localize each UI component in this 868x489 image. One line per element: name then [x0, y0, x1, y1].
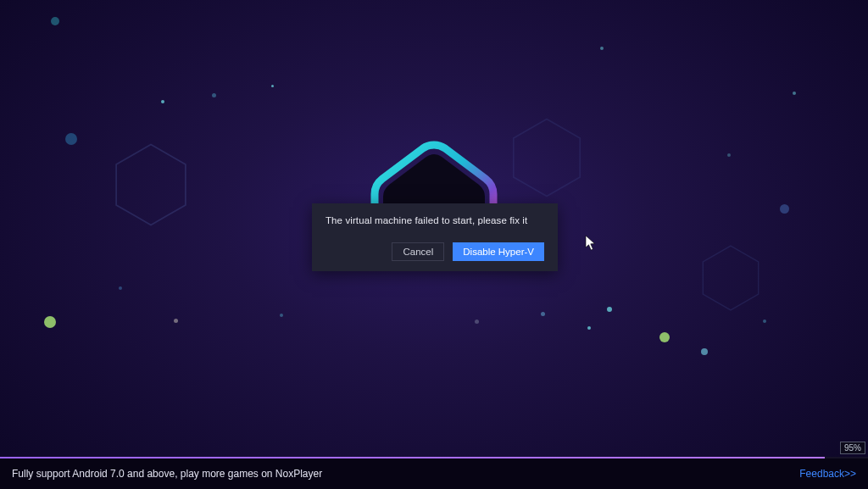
particle	[174, 319, 178, 323]
particle	[51, 17, 59, 25]
particle	[727, 153, 731, 157]
particle	[793, 92, 796, 95]
particle	[541, 312, 545, 316]
progress-percent: 95%	[840, 442, 865, 454]
dialog-message: The virtual machine failed to start, ple…	[326, 215, 544, 225]
cursor-icon	[585, 235, 597, 252]
hexagon-decoration	[510, 117, 583, 198]
footer-bar: Fully support Android 7.0 and above, pla…	[0, 458, 868, 489]
particle	[600, 47, 604, 50]
particle	[780, 204, 789, 214]
dialog-button-row: Cancel Disable Hyper-V	[326, 242, 544, 261]
particle	[161, 100, 164, 103]
particle	[763, 320, 766, 323]
feedback-link[interactable]: Feedback>>	[799, 468, 856, 480]
particle	[280, 314, 283, 317]
particle	[44, 316, 56, 328]
particle	[475, 320, 479, 324]
disable-hyperv-button[interactable]: Disable Hyper-V	[453, 242, 544, 261]
footer-message: Fully support Android 7.0 and above, pla…	[12, 468, 322, 480]
particle	[119, 286, 122, 290]
particle	[212, 93, 216, 97]
particle	[587, 326, 591, 330]
hexagon-decoration	[701, 244, 760, 312]
svg-marker-1	[514, 119, 580, 197]
svg-marker-0	[116, 145, 186, 225]
particle	[701, 348, 708, 355]
particle	[65, 133, 77, 145]
error-dialog: The virtual machine failed to start, ple…	[312, 203, 558, 271]
hexagon-decoration	[113, 142, 189, 227]
svg-marker-2	[703, 246, 758, 310]
particle	[271, 85, 274, 87]
particle	[607, 307, 612, 312]
cancel-button[interactable]: Cancel	[392, 242, 444, 261]
particle	[659, 332, 670, 342]
